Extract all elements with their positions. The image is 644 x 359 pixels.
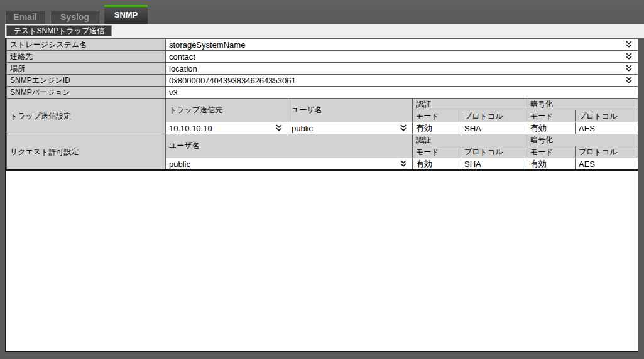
trap-settings-header-row-1: トラップ送信設定 トラップ送信先 ユーザ名 認証 暗号化 <box>7 99 638 110</box>
trap-settings-label: トラップ送信設定 <box>7 99 166 134</box>
expand-icon[interactable] <box>625 77 633 84</box>
snmp-engine-id-cell: 0x80000074043938346264353061 <box>166 75 638 87</box>
trap-destination-cell: 10.10.10.10 <box>166 122 288 134</box>
request-auth-mode-header: モード <box>413 146 461 158</box>
test-snmp-trap-button[interactable]: テストSNMPトラップ送信 <box>6 25 112 36</box>
request-enc-mode-header: モード <box>527 146 576 158</box>
expand-icon[interactable] <box>275 124 283 132</box>
expand-icon[interactable] <box>625 65 633 72</box>
request-settings-header-row-1: リクエスト許可設定 ユーザ名 認証 暗号化 <box>7 134 638 146</box>
snmp-settings-panel: ストレージシステム名 storageSystemName 連絡先 contact <box>5 38 638 352</box>
request-auth-mode-value: 有効 <box>413 158 461 171</box>
request-enc-protocol-header: プロトコル <box>576 146 638 158</box>
table-row-snmp-engine-id: SNMPエンジンID 0x80000074043938346264353061 <box>7 75 638 87</box>
table-row-location: 場所 location <box>7 63 638 75</box>
expand-icon[interactable] <box>625 41 633 48</box>
tab-snmp[interactable]: SNMP <box>104 5 148 24</box>
trap-auth-mode-header: モード <box>413 110 461 122</box>
trap-enc-protocol-value: AES <box>576 122 638 134</box>
location-value: location <box>169 64 197 73</box>
table-row-storage-system-name: ストレージシステム名 storageSystemName <box>7 39 638 51</box>
trap-enc-mode-value: 有効 <box>527 122 576 134</box>
contact-value: contact <box>169 52 195 62</box>
row-label: 場所 <box>7 63 166 75</box>
request-auth-protocol-header: プロトコル <box>461 146 527 158</box>
expand-icon[interactable] <box>399 124 408 132</box>
trap-auth-header: 認証 <box>413 99 527 110</box>
storage-system-name-value: storageSystemName <box>169 40 245 50</box>
request-user-value: public <box>169 159 190 169</box>
trap-auth-protocol-header: プロトコル <box>461 110 527 122</box>
contact-cell: contact <box>166 51 638 63</box>
snmp-settings-table: ストレージシステム名 storageSystemName 連絡先 contact <box>6 38 638 171</box>
expand-icon[interactable] <box>625 53 633 60</box>
toolbar: テストSNMPトラップ送信 <box>5 24 644 38</box>
trap-enc-protocol-header: プロトコル <box>576 110 638 122</box>
trap-enc-mode-header: モード <box>527 110 576 122</box>
table-row-contact: 連絡先 contact <box>7 51 638 63</box>
trap-encryption-header: 暗号化 <box>527 99 638 110</box>
location-cell: location <box>166 63 638 75</box>
trap-destination-value: 10.10.10.10 <box>169 124 212 133</box>
request-auth-header: 認証 <box>413 134 527 146</box>
request-enc-mode-value: 有効 <box>527 158 576 171</box>
snmp-version-cell: v3 <box>166 87 638 99</box>
row-label: ストレージシステム名 <box>7 39 166 51</box>
request-settings-label: リクエスト許可設定 <box>7 134 166 171</box>
table-row-snmp-version: SNMPバージョン v3 <box>7 87 638 99</box>
expand-icon[interactable] <box>399 160 408 168</box>
row-label: SNMPバージョン <box>7 87 166 99</box>
trap-auth-protocol-value: SHA <box>461 122 527 134</box>
trap-auth-mode-value: 有効 <box>413 122 461 134</box>
row-label: SNMPエンジンID <box>7 75 166 87</box>
trap-user-cell: public <box>288 122 413 134</box>
snmp-version-value: v3 <box>169 88 178 97</box>
request-user-header: ユーザ名 <box>166 134 413 158</box>
request-user-cell: public <box>166 158 413 171</box>
tab-email[interactable]: Email <box>5 11 45 24</box>
row-label: 連絡先 <box>7 51 166 63</box>
trap-destination-header: トラップ送信先 <box>166 99 288 122</box>
tab-bar: Email Syslog SNMP <box>0 0 644 24</box>
request-encryption-header: 暗号化 <box>527 134 638 146</box>
trap-user-header: ユーザ名 <box>288 99 413 122</box>
request-enc-protocol-value: AES <box>576 158 638 171</box>
request-auth-protocol-value: SHA <box>461 158 527 171</box>
storage-system-name-cell: storageSystemName <box>166 39 638 51</box>
trap-user-value: public <box>292 124 313 133</box>
snmp-engine-id-value: 0x80000074043938346264353061 <box>169 76 296 85</box>
tab-syslog[interactable]: Syslog <box>50 11 99 24</box>
